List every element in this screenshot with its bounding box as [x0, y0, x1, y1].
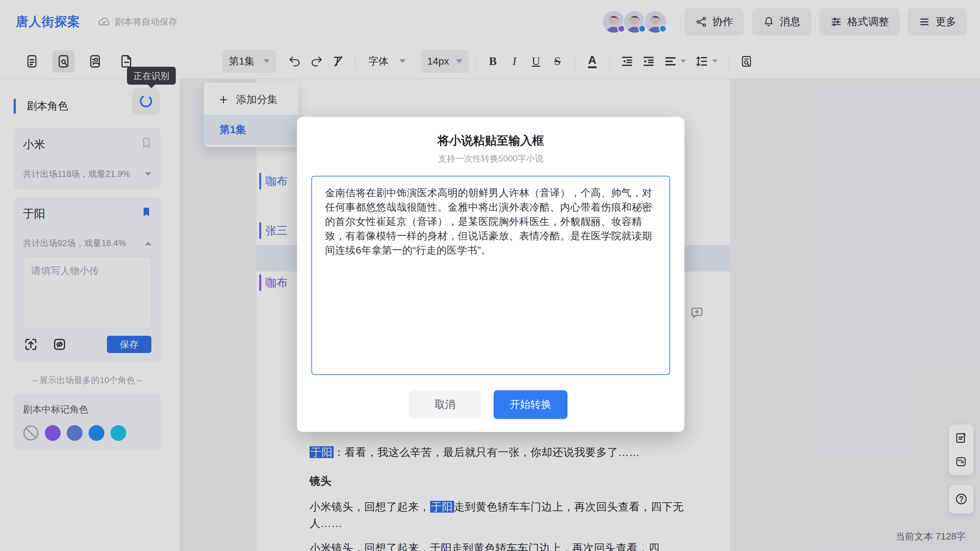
paste-novel-modal: 将小说粘贴至输入框 支持一次性转换5000字小说 金南佶将在剧中饰演医术高明的朝… [297, 117, 684, 432]
modal-subtitle: 支持一次性转换5000字小说 [297, 153, 684, 164]
novel-input[interactable]: 金南佶将在剧中饰演医术高明的朝鲜男人许林（音译），个高、帅气，对任何事都悠悠哉哉… [311, 176, 670, 375]
cancel-button[interactable]: 取消 [409, 390, 481, 419]
start-convert-button[interactable]: 开始转换 [493, 390, 568, 419]
modal-title: 将小说粘贴至输入框 [297, 133, 684, 149]
